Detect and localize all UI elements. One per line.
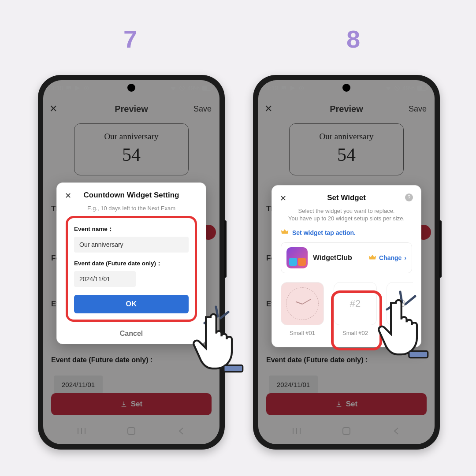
change-button[interactable]: Change › <box>368 253 406 263</box>
ok-button[interactable]: OK <box>74 295 189 313</box>
slot-small-01[interactable]: Small #01 <box>281 282 324 336</box>
event-date-label: Event date (Future date only)： <box>74 260 189 268</box>
crown-icon <box>281 228 289 237</box>
app-name: WidgetClub <box>313 254 352 262</box>
app-row: WidgetClub Change › <box>281 242 412 273</box>
countdown-dialog: ✕ Countdown Widget Setting E.g., 10 days… <box>56 182 206 344</box>
highlighted-form-area: Event name： Event date (Future date only… <box>66 216 197 322</box>
widgetclub-icon <box>286 247 308 268</box>
slot-label: Small #01 <box>281 330 324 336</box>
event-name-label: Event name： <box>74 225 189 233</box>
tap-action-link[interactable]: Set widget tap action. <box>281 228 412 237</box>
chevron-right-icon: › <box>404 254 406 261</box>
dialog-close-icon[interactable]: ✕ <box>280 193 286 203</box>
help-icon[interactable]: ? <box>405 193 413 201</box>
event-name-input[interactable] <box>74 237 189 253</box>
phone-frame-left: 3:18 49% ✕ Preview Save <box>38 75 225 450</box>
tap-burst-icon <box>383 289 419 316</box>
svg-line-6 <box>220 312 228 318</box>
dialog-subtitle-2: You have up to 20 widget setup slots per… <box>281 215 412 222</box>
slot-number: #2 <box>350 298 361 309</box>
set-widget-dialog: ✕ ? Set Widget Select the widget you wan… <box>271 185 421 347</box>
svg-line-13 <box>400 292 402 302</box>
dialog-subtitle-1: Select the widget you want to replace. <box>281 208 412 214</box>
slot-small-02[interactable]: #2 Small #02 <box>334 282 377 336</box>
phone-screen-left: 3:18 49% ✕ Preview Save <box>43 80 219 444</box>
dialog-title: Set Widget <box>281 193 412 202</box>
svg-line-12 <box>387 302 398 309</box>
tap-burst-icon <box>200 303 231 330</box>
dialog-example: E.g., 10 days left to the Next Exam <box>66 205 197 212</box>
dialog-title: Countdown Widget Setting <box>66 191 197 200</box>
step-number-8: 8 <box>346 25 360 53</box>
change-label: Change <box>379 254 402 261</box>
tap-action-label: Set widget tap action. <box>292 229 356 236</box>
phone-screen-right: 3:19 49% ✕ Preview Save Our anniver <box>258 80 435 444</box>
svg-rect-7 <box>224 365 243 372</box>
event-date-input[interactable] <box>74 271 136 287</box>
crown-icon <box>368 253 376 263</box>
clock-icon <box>286 287 319 320</box>
slot-label: Small #02 <box>334 330 377 336</box>
dialog-close-icon[interactable]: ✕ <box>65 191 71 201</box>
svg-line-14 <box>405 296 415 304</box>
step-number-7: 7 <box>123 25 137 53</box>
cancel-button[interactable]: Cancel <box>66 330 197 338</box>
svg-line-4 <box>205 316 215 323</box>
svg-line-5 <box>216 307 218 316</box>
phone-frame-right: 3:19 49% ✕ Preview Save Our anniver <box>253 75 440 450</box>
